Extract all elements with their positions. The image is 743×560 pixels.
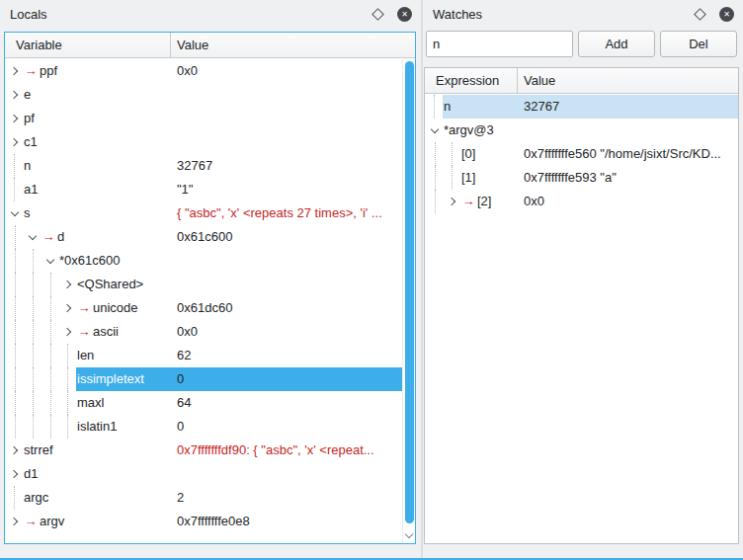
variable-name: pf bbox=[23, 107, 35, 130]
tree-guide-line bbox=[7, 320, 25, 344]
variable-cell: argc bbox=[5, 486, 171, 510]
variable-value: 64 bbox=[171, 391, 402, 415]
indent-slot bbox=[60, 344, 76, 367]
tree-row[interactable]: *0x61c600 bbox=[5, 249, 402, 273]
variable-name: issimpletext bbox=[76, 367, 144, 391]
variable-value bbox=[171, 273, 402, 296]
scroll-down-icon[interactable] bbox=[405, 530, 413, 538]
variable-cell: strref bbox=[5, 439, 171, 462]
variable-value: 0x7fffffffe560 "/home/jsixt/Src/KD... bbox=[518, 142, 738, 166]
variable-name: s bbox=[23, 201, 31, 225]
tree-row[interactable]: →ppf0x0 bbox=[5, 59, 402, 83]
pointer-arrow-icon: → bbox=[23, 59, 39, 83]
float-panel-icon[interactable] bbox=[372, 8, 384, 21]
vertical-scrollbar[interactable] bbox=[402, 59, 415, 543]
tree-row[interactable]: →argv0x7fffffffe0e8 bbox=[5, 510, 402, 533]
tree-row[interactable]: [0]0x7fffffffe560 "/home/jsixt/Src/KD... bbox=[425, 142, 738, 166]
float-panel-icon[interactable] bbox=[694, 8, 706, 21]
chevron-right-icon[interactable] bbox=[7, 107, 23, 130]
tree-row[interactable]: →[2]0x0 bbox=[425, 190, 738, 213]
chevron-right-icon[interactable] bbox=[7, 130, 23, 154]
chevron-down-icon[interactable] bbox=[42, 249, 58, 273]
close-icon[interactable]: ✕ bbox=[397, 7, 412, 22]
variable-name: islatin1 bbox=[76, 415, 117, 439]
variable-name: ascii bbox=[92, 320, 119, 344]
tree-row[interactable]: [1]0x7fffffffe593 "a" bbox=[425, 166, 738, 190]
variable-name: ppf bbox=[39, 59, 57, 83]
tree-row[interactable]: <QShared> bbox=[5, 273, 402, 296]
chevron-right-icon[interactable] bbox=[60, 296, 76, 320]
variable-name: maxl bbox=[76, 391, 104, 415]
column-header-variable[interactable]: Variable bbox=[5, 33, 171, 57]
tree-row[interactable]: maxl64 bbox=[5, 391, 402, 415]
delete-watch-button[interactable]: Del bbox=[660, 31, 737, 57]
watches-titlebar[interactable]: Watches ✕ bbox=[423, 0, 743, 28]
tree-guide-line bbox=[25, 320, 42, 344]
chevron-right-icon[interactable] bbox=[7, 462, 23, 486]
tree-guide-line bbox=[7, 344, 25, 367]
indent-slot bbox=[445, 166, 460, 190]
tree-row[interactable]: issimpletext0 bbox=[5, 367, 402, 391]
indent-slot bbox=[427, 95, 443, 119]
variable-value: 0x0 bbox=[171, 320, 402, 344]
tree-row[interactable]: →unicode0x61dc60 bbox=[5, 296, 402, 320]
watches-panel-title: Watches bbox=[433, 7, 696, 22]
chevron-right-icon[interactable] bbox=[7, 439, 23, 462]
variable-name: c1 bbox=[23, 130, 38, 154]
tree-guide-line bbox=[25, 415, 42, 439]
tree-row[interactable]: n32767 bbox=[425, 95, 738, 119]
variable-cell: c1 bbox=[5, 130, 171, 154]
tree-row[interactable]: c1 bbox=[5, 130, 402, 154]
tree-row[interactable]: →ascii0x0 bbox=[5, 320, 402, 344]
tree-row[interactable]: pf bbox=[5, 107, 402, 130]
tree-row[interactable]: s{ "asbc", 'x' <repeats 27 times>, 'i' .… bbox=[5, 201, 402, 225]
chevron-right-icon[interactable] bbox=[60, 273, 76, 296]
tree-row[interactable]: n32767 bbox=[5, 154, 402, 178]
column-header-value[interactable]: Value bbox=[171, 33, 415, 57]
tree-row[interactable]: a1"1" bbox=[5, 178, 402, 201]
close-icon[interactable]: ✕ bbox=[719, 7, 734, 22]
chevron-right-icon[interactable] bbox=[60, 320, 76, 344]
chevron-down-icon[interactable] bbox=[25, 225, 41, 249]
variable-name: [0] bbox=[460, 142, 475, 166]
add-watch-button[interactable]: Add bbox=[578, 31, 655, 57]
indent-slot bbox=[60, 391, 76, 415]
scrollbar-thumb[interactable] bbox=[405, 61, 414, 523]
tree-row[interactable]: strref0x7fffffffdf90: { "asbc", 'x' <rep… bbox=[5, 439, 402, 462]
tree-row[interactable]: d1 bbox=[5, 462, 402, 486]
variable-name: len bbox=[76, 344, 94, 367]
variable-name: e bbox=[23, 83, 31, 107]
chevron-down-icon[interactable] bbox=[7, 201, 23, 225]
locals-panel-title: Locals bbox=[10, 7, 373, 22]
column-header-expression[interactable]: Expression bbox=[425, 68, 518, 93]
tree-guide-line bbox=[25, 391, 42, 415]
locals-titlebar[interactable]: Locals ✕ bbox=[0, 0, 421, 28]
tree-row[interactable]: *argv@3 bbox=[425, 119, 738, 142]
variable-cell: s bbox=[5, 201, 171, 225]
variable-value: 62 bbox=[171, 344, 402, 367]
tree-guide-line bbox=[7, 296, 25, 320]
chevron-right-icon[interactable] bbox=[7, 510, 23, 533]
column-header-value[interactable]: Value bbox=[518, 68, 738, 93]
chevron-right-icon[interactable] bbox=[7, 59, 23, 83]
tree-row[interactable]: len62 bbox=[5, 344, 402, 367]
variable-cell: →[2] bbox=[425, 190, 518, 213]
variable-value bbox=[518, 119, 738, 142]
chevron-right-icon[interactable] bbox=[445, 190, 460, 213]
chevron-down-icon[interactable] bbox=[427, 119, 443, 142]
tree-row[interactable]: islatin10 bbox=[5, 415, 402, 439]
indent-slot bbox=[7, 178, 23, 201]
variable-value bbox=[171, 462, 402, 486]
variable-cell: issimpletext bbox=[5, 367, 171, 391]
tree-row[interactable]: argc2 bbox=[5, 486, 402, 510]
tree-row[interactable]: e bbox=[5, 83, 402, 107]
chevron-right-icon[interactable] bbox=[7, 83, 23, 107]
locals-tree-view: Variable Value →ppf0x0epfc1n32767a1"1"s{… bbox=[4, 32, 416, 544]
variable-name: [2] bbox=[476, 190, 491, 213]
variable-name: argc bbox=[23, 486, 48, 510]
variable-name: unicode bbox=[92, 296, 138, 320]
variable-value: 0x61c600 bbox=[171, 225, 402, 249]
tree-row[interactable]: →d0x61c600 bbox=[5, 225, 402, 249]
watch-expression-input[interactable] bbox=[426, 31, 573, 57]
pointer-arrow-icon: → bbox=[76, 320, 92, 344]
